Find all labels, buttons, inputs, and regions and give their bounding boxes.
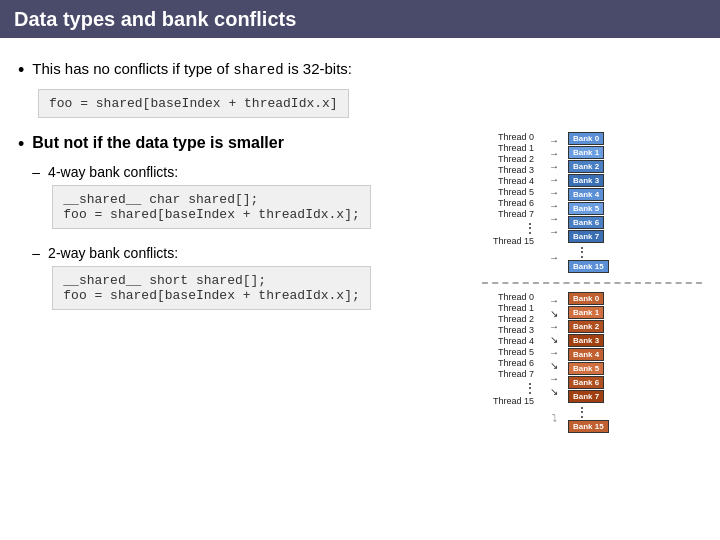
b-arrow-4: → xyxy=(542,347,566,358)
bank-row-7: Bank 7 xyxy=(568,230,609,243)
page-header: Data types and bank conflicts xyxy=(0,0,720,38)
code-block-1: foo = shared[baseIndex + threadIdx.x] xyxy=(38,89,349,118)
diag-top-pair: Thread 0 Thread 1 Thread 2 Thread 3 xyxy=(482,132,702,274)
dash-2: – xyxy=(32,245,40,261)
b-arrow-dots: ⋮ xyxy=(542,399,566,410)
b-bank-row-0: Bank 0 xyxy=(568,292,609,305)
b-bank-row-5: Bank 5 xyxy=(568,362,609,375)
b-bank-row-6: Bank 6 xyxy=(568,376,609,389)
b-arrow-7: ↘ xyxy=(542,386,566,397)
b-arrow-6: → xyxy=(542,373,566,384)
bank-row-0: Bank 0 xyxy=(568,132,609,145)
bank-dots-top: ⋮ xyxy=(568,245,609,259)
arrow-1: → xyxy=(542,148,566,159)
thread-row-15: Thread 15 xyxy=(482,236,540,246)
bank-row-2: Bank 2 xyxy=(568,160,609,173)
diag-top-threads: Thread 0 Thread 1 Thread 2 Thread 3 xyxy=(482,132,540,247)
sub-bullet-2-label: 2-way bank conflicts: xyxy=(48,245,178,261)
bank-row-6: Bank 6 xyxy=(568,216,609,229)
arrow-6: → xyxy=(542,213,566,224)
bullet-2: • But not if the data type is smaller – … xyxy=(18,132,702,434)
b-thread-row-2: Thread 2 xyxy=(482,314,540,324)
main-content: • This has no conflicts if type of share… xyxy=(0,38,720,444)
thread-row-4: Thread 4 xyxy=(482,176,540,186)
thread-row-3: Thread 3 xyxy=(482,165,540,175)
b-arrow-1: ↘ xyxy=(542,308,566,319)
sub-bullet-1-label: 4-way bank conflicts: xyxy=(48,164,178,180)
thread-row-6: Thread 6 xyxy=(482,198,540,208)
bank-row-1: Bank 1 xyxy=(568,146,609,159)
diag-bottom-pair: Thread 0 Thread 1 Thread 2 Thread 3 xyxy=(482,292,702,434)
b-dots-top: ⋮ xyxy=(482,381,540,395)
b-thread-row-3: Thread 3 xyxy=(482,325,540,335)
b-arrow-2: → xyxy=(542,321,566,332)
bank-row-15: Bank 15 xyxy=(568,260,609,273)
b-thread-row-4: Thread 4 xyxy=(482,336,540,346)
b-bank-row-7: Bank 7 xyxy=(568,390,609,403)
bullet-2-content: But not if the data type is smaller – 4-… xyxy=(32,132,702,434)
arrow-4: → xyxy=(542,187,566,198)
bullet-1: • This has no conflicts if type of share… xyxy=(18,58,702,81)
b-bank-row-15: Bank 15 xyxy=(568,420,609,433)
right-diagram: Thread 0 Thread 1 Thread 2 Thread 3 xyxy=(482,132,702,434)
arrow-dots: ⋮ xyxy=(542,239,566,250)
b-thread-row-7: Thread 7 xyxy=(482,369,540,379)
bullet-2-title: But not if the data type is smaller xyxy=(32,132,462,154)
b-thread-row-0: Thread 0 xyxy=(482,292,540,302)
thread-row-7: Thread 7 xyxy=(482,209,540,219)
b-arrow-15: ⤵ xyxy=(542,412,566,423)
thread-row-1: Thread 1 xyxy=(482,143,540,153)
arrow-0: → xyxy=(542,135,566,146)
arrow-2: → xyxy=(542,161,566,172)
b-bank-row-3: Bank 3 xyxy=(568,334,609,347)
sub-bullet-1: – 4-way bank conflicts: xyxy=(32,164,462,180)
b-thread-row-15: Thread 15 xyxy=(482,396,540,406)
bullet-icon-2: • xyxy=(18,134,24,155)
arrow-5: → xyxy=(542,200,566,211)
arrow-15: → xyxy=(542,252,566,263)
sub-bullet-2: – 2-way bank conflicts: xyxy=(32,245,462,261)
thread-row-0: Thread 0 xyxy=(482,132,540,142)
b-thread-row-5: Thread 5 xyxy=(482,347,540,357)
sub-section-2: – 2-way bank conflicts: __shared__ short… xyxy=(32,245,462,318)
bullet-icon-1: • xyxy=(18,60,24,81)
b-thread-row-6: Thread 6 xyxy=(482,358,540,368)
arrow-7: → xyxy=(542,226,566,237)
b-bank-row-4: Bank 4 xyxy=(568,348,609,361)
dots-top: ⋮ xyxy=(482,221,540,235)
dashed-divider xyxy=(482,282,702,284)
b-bank-row-1: Bank 1 xyxy=(568,306,609,319)
arrow-3: → xyxy=(542,174,566,185)
b-arrow-0: → xyxy=(542,295,566,306)
bank-row-4: Bank 4 xyxy=(568,188,609,201)
arrows-top: → → → → → → → → ⋮ → xyxy=(542,132,566,264)
arrows-bottom: → ↘ → ↘ → ↘ → ↘ ⋮ ⤵ xyxy=(542,292,566,424)
bottom-diagram: Thread 0 Thread 1 Thread 2 Thread 3 xyxy=(482,292,702,434)
diag-top-banks: Bank 0 Bank 1 Bank 2 Bank 3 xyxy=(568,132,609,274)
thread-row-5: Thread 5 xyxy=(482,187,540,197)
diag-bottom-banks: Bank 0 Bank 1 Bank 2 Bank 3 xyxy=(568,292,609,434)
thread-row-2: Thread 2 xyxy=(482,154,540,164)
code-block-3: __shared__ short shared[]; foo = shared[… xyxy=(52,266,370,310)
bullet-1-text: This has no conflicts if type of shared … xyxy=(32,58,352,81)
b-bank-dots: ⋮ xyxy=(568,405,609,419)
dash-1: – xyxy=(32,164,40,180)
left-content: But not if the data type is smaller – 4-… xyxy=(32,132,462,318)
b-bank-row-2: Bank 2 xyxy=(568,320,609,333)
b-arrow-5: ↘ xyxy=(542,360,566,371)
code-block-2: __shared__ char shared[]; foo = shared[b… xyxy=(52,185,370,229)
sub-section-1: – 4-way bank conflicts: __shared__ char … xyxy=(32,164,462,237)
top-diagram: Thread 0 Thread 1 Thread 2 Thread 3 xyxy=(482,132,702,274)
header-title: Data types and bank conflicts xyxy=(14,8,296,31)
bank-row-3: Bank 3 xyxy=(568,174,609,187)
b-arrow-3: ↘ xyxy=(542,334,566,345)
bank-row-5: Bank 5 xyxy=(568,202,609,215)
b-thread-row-1: Thread 1 xyxy=(482,303,540,313)
diag-bottom-threads: Thread 0 Thread 1 Thread 2 Thread 3 xyxy=(482,292,540,407)
